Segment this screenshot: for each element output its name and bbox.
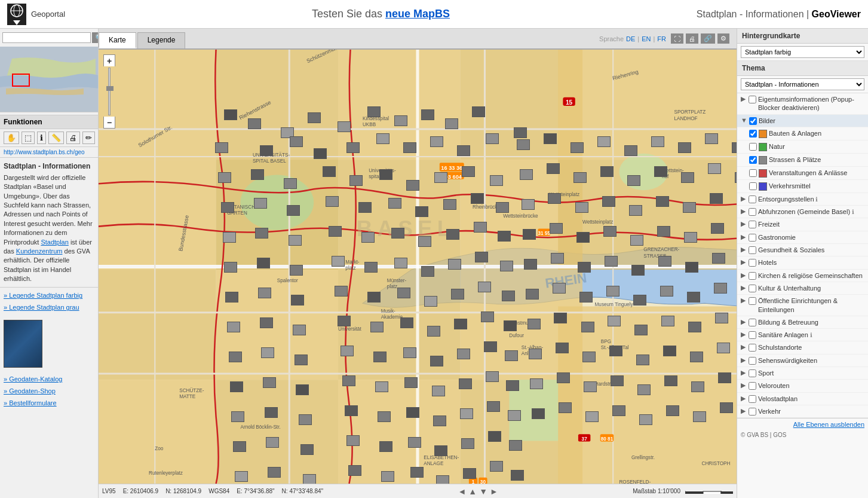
checkbox-hotels[interactable] [749, 259, 756, 267]
thema-dropdown[interactable]: Stadtplan - Informationen Freizeit Kultu… [741, 78, 864, 90]
layer-tree-item-bilder[interactable]: ▼Bilder [737, 115, 868, 127]
checkbox-entsorgung[interactable] [749, 195, 756, 203]
checkbox-gastronomie[interactable] [749, 234, 756, 242]
legende-grau-link[interactable]: » Legende Stadtplan grau [4, 302, 94, 314]
tab-legende[interactable]: Legende [137, 32, 186, 48]
expand-icon-sehensw[interactable]: ▶ [741, 356, 747, 364]
print-map-button[interactable]: 🖨 [686, 33, 698, 44]
layer-tree-item-entsorgung[interactable]: ▶Entsorgungsstellen ℹ [737, 193, 868, 206]
hintergrundkarte-dropdown[interactable]: Stadtplan farbig Stadtplan grau Luftbild [741, 46, 864, 58]
nav-arrow-left[interactable]: ◄ [458, 487, 466, 496]
layer-sub-item[interactable]: Veranstaltungen & Anlässe [737, 167, 868, 180]
stadtplan-link-inline[interactable]: Stadtplan [41, 239, 68, 246]
expand-icon-schulstandorte[interactable]: ▶ [741, 343, 747, 351]
layer-tree-item-kultur[interactable]: ▶Kultur & Unterhaltung [737, 282, 868, 295]
minimap[interactable] [0, 47, 98, 112]
search-button[interactable]: 🔍 [92, 32, 99, 43]
layer-sub-item[interactable]: Natur [737, 140, 868, 154]
layer-tree-item-gesundheit[interactable]: ▶Gesundheit & Soziales [737, 244, 868, 256]
tab-karte[interactable]: Karte [99, 32, 136, 48]
layer-tree-item-oeffentlich[interactable]: ▶Öffentliche Einrichtungen & Einteilunge… [737, 295, 868, 316]
info-icon-abfuhr[interactable]: ℹ [850, 209, 854, 215]
expand-icon-kirchen[interactable]: ▶ [741, 271, 747, 279]
hide-all-button[interactable]: Alle Ebenen ausblenden [737, 418, 868, 430]
layer-sub-item[interactable]: Bauten & Anlagen [737, 127, 868, 140]
checkbox-sehensw[interactable] [749, 357, 756, 365]
draw-tool-button[interactable]: ✏ [82, 132, 95, 144]
layer-tree-item-gastronomie[interactable]: ▶Gastronomie [737, 231, 868, 244]
sub-checkbox[interactable] [749, 143, 757, 151]
info-icon-sanitaer[interactable]: ℹ [808, 332, 812, 338]
layer-sub-item[interactable]: Strassen & Plätze [737, 154, 868, 167]
legende-farbig-link[interactable]: » Legende Stadtplan farbig [4, 290, 94, 302]
share-button[interactable]: 🔗 [701, 33, 715, 44]
expand-icon-bilder[interactable]: ▼ [741, 117, 747, 124]
checkbox-bildung[interactable] [749, 319, 756, 326]
checkbox-oeffentlich[interactable] [749, 297, 756, 305]
checkbox-velostadtplan[interactable] [749, 395, 756, 403]
settings-button[interactable]: ⚙ [717, 33, 729, 44]
layer-tree-item-kirchen[interactable]: ▶Kirchen & religiöse Gemeinschaften [737, 270, 868, 282]
search-input[interactable] [2, 32, 91, 43]
zoom-handle[interactable] [106, 86, 114, 91]
expand-icon-entsorgung[interactable]: ▶ [741, 195, 747, 203]
bestellformulare-link[interactable]: » Bestellformulare [4, 398, 94, 410]
layer-tree-item-velostadtplan[interactable]: ▶Velostadtplan [737, 393, 868, 405]
checkbox-eigentum[interactable] [749, 96, 756, 103]
expand-icon-verkehr[interactable]: ▶ [741, 407, 747, 415]
layer-tree-item-sehensw[interactable]: ▶Sehenswürdigkeiten [737, 355, 868, 367]
layer-tree-item-sport[interactable]: ▶Sport [737, 367, 868, 380]
select-tool-button[interactable]: ⬚ [22, 132, 35, 144]
expand-icon-gastronomie[interactable]: ▶ [741, 233, 747, 241]
geodaten-katalog-link[interactable]: » Geodaten-Katalog [4, 374, 94, 386]
checkbox-sanitaer[interactable] [749, 331, 756, 339]
pan-tool-button[interactable]: ✋ [4, 132, 19, 144]
expand-icon-velostadtplan[interactable]: ▶ [741, 395, 747, 402]
measure-tool-button[interactable]: 📏 [48, 132, 64, 144]
nav-arrow-right[interactable]: ► [490, 487, 498, 496]
expand-icon-eigentum[interactable]: ▶ [741, 95, 747, 103]
layer-tree-item-verkehr[interactable]: ▶Verkehr [737, 405, 868, 418]
layer-tree-item-hotels[interactable]: ▶Hotels [737, 256, 868, 269]
checkbox-schulstandorte[interactable] [749, 344, 756, 352]
layer-tree-item-velorouten[interactable]: ▶Velorouten [737, 380, 868, 392]
map-viewport[interactable]: 15 16 33 36 603 604 31 55 37 80 81 1 30 … [99, 50, 737, 484]
expand-icon-oeffentlich[interactable]: ▶ [741, 297, 747, 304]
zoom-out-button[interactable]: − [103, 117, 115, 129]
nav-arrow-up[interactable]: ▲ [468, 487, 477, 496]
new-mapbs-link[interactable]: neue MapBS [385, 8, 450, 20]
expand-icon-hotels[interactable]: ▶ [741, 258, 747, 266]
layer-sub-item[interactable]: Verkehrsmittel [737, 180, 868, 193]
checkbox-gesundheit[interactable] [749, 246, 756, 254]
lang-fr-link[interactable]: FR [657, 35, 666, 42]
layer-tree-item-bildung[interactable]: ▶Bildung & Betreuung [737, 316, 868, 329]
info-icon-entsorgung[interactable]: ℹ [814, 196, 818, 203]
checkbox-abfuhr[interactable] [749, 208, 756, 216]
expand-icon-velorouten[interactable]: ▶ [741, 381, 747, 389]
checkbox-kultur[interactable] [749, 285, 756, 292]
expand-icon-freizeit[interactable]: ▶ [741, 220, 747, 228]
checkbox-kirchen[interactable] [749, 272, 756, 280]
print-tool-button[interactable]: 🖨 [66, 132, 80, 144]
checkbox-verkehr[interactable] [749, 408, 756, 415]
kundenzentrum-link[interactable]: Kundenzentrum [16, 248, 63, 255]
sub-checkbox[interactable] [749, 130, 757, 138]
expand-icon-kultur[interactable]: ▶ [741, 284, 747, 292]
layer-tree-item-freizeit[interactable]: ▶Freizeit [737, 218, 868, 231]
checkbox-sport[interactable] [749, 369, 756, 377]
info-tool-button[interactable]: ℹ [37, 132, 46, 144]
expand-icon-bildung[interactable]: ▶ [741, 318, 747, 326]
checkbox-bilder[interactable] [749, 117, 757, 125]
nav-arrow-down[interactable]: ▼ [479, 487, 487, 496]
stadtplan-link[interactable]: http://www.stadtplan.bs.ch/geo [0, 147, 98, 158]
layer-tree-item-abfuhr[interactable]: ▶Abfuhrzonen (Gemeinde Basel) ℹ [737, 206, 868, 218]
geodaten-shop-link[interactable]: » Geodaten-Shop [4, 386, 94, 398]
layer-tree-item-sanitaer[interactable]: ▶Sanitäre Anlagen ℹ [737, 329, 868, 341]
layer-tree-item-eigentum[interactable]: ▶Eigentumsinformationen (Popup-Blocker d… [737, 93, 868, 115]
expand-icon-sport[interactable]: ▶ [741, 369, 747, 377]
fullscreen-button[interactable]: ⛶ [671, 33, 683, 44]
sub-checkbox[interactable] [749, 169, 757, 177]
layer-tree-item-schulstandorte[interactable]: ▶Schulstandorte [737, 341, 868, 354]
zoom-track[interactable] [108, 68, 111, 115]
expand-icon-sanitaer[interactable]: ▶ [741, 331, 747, 338]
